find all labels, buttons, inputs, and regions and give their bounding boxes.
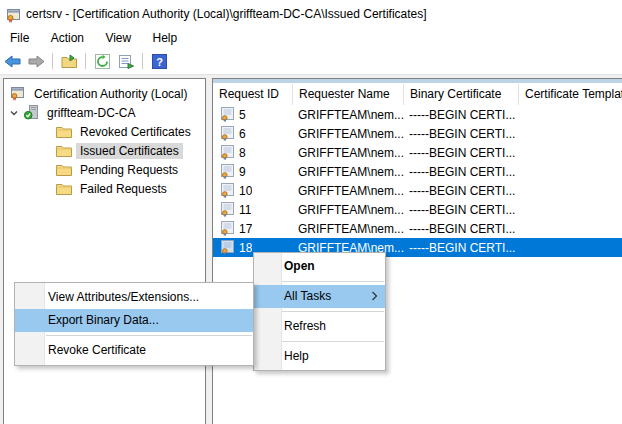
- refresh-icon: [95, 54, 110, 69]
- folder-icon: [56, 163, 72, 176]
- context-menu-item-open[interactable]: Open: [254, 255, 385, 278]
- certificate-icon: [221, 126, 234, 141]
- column-header-certificate-template[interactable]: Certificate Template: [519, 84, 622, 105]
- forward-arrow-icon: [28, 55, 45, 68]
- tree-item-pending-requests[interactable]: Pending Requests: [4, 160, 205, 179]
- cell-request-id: 11: [239, 203, 251, 217]
- tree-item-failed-requests[interactable]: Failed Requests: [4, 179, 205, 198]
- help-button[interactable]: ?: [148, 51, 170, 71]
- cell-request-id: 8: [239, 146, 246, 160]
- tree-item-label: Issued Certificates: [76, 143, 183, 159]
- cell-requester-name: GRIFFTEAM\nem...: [298, 108, 404, 122]
- context-menu-item-help[interactable]: Help: [254, 345, 385, 368]
- table-row[interactable]: 11 GRIFFTEAM\nem... -----BEGIN CERTI...: [213, 200, 622, 219]
- table-row[interactable]: 9 GRIFFTEAM\nem... -----BEGIN CERTI...: [213, 162, 622, 181]
- context-menu-item-label: All Tasks: [284, 289, 331, 303]
- title-bar: certsrv - [Certification Authority (Loca…: [0, 0, 622, 28]
- list-rows: 5 GRIFFTEAM\nem... -----BEGIN CERTI... 6…: [213, 105, 622, 257]
- issued-certificates-list-panel: Request ID Requester Name Binary Certifi…: [212, 78, 622, 424]
- cell-binary-certificate: -----BEGIN CERTI...: [409, 222, 515, 236]
- menu-separator: [282, 281, 384, 282]
- certificate-icon: [221, 183, 234, 198]
- submenu-arrow-icon: [371, 290, 378, 302]
- cell-request-id: 17: [239, 222, 252, 236]
- cell-binary-certificate: -----BEGIN CERTI...: [409, 241, 515, 255]
- cell-binary-certificate: -----BEGIN CERTI...: [409, 203, 515, 217]
- column-header-binary-certificate[interactable]: Binary Certificate: [404, 84, 519, 105]
- cell-requester-name: GRIFFTEAM\nem...: [298, 203, 404, 217]
- cell-request-id: 10: [239, 184, 252, 198]
- toolbar-separator: [52, 53, 53, 69]
- folder-icon: [56, 144, 72, 157]
- back-button[interactable]: [1, 51, 23, 71]
- context-menu-item-all-tasks[interactable]: All Tasks: [254, 285, 385, 308]
- cell-binary-certificate: -----BEGIN CERTI...: [409, 165, 515, 179]
- cell-binary-certificate: -----BEGIN CERTI...: [409, 108, 515, 122]
- tree-ca-label: griffteam-DC-CA: [43, 105, 139, 121]
- folder-icon: [56, 182, 72, 195]
- certificate-icon: [221, 240, 234, 255]
- cell-request-id: 9: [239, 165, 246, 179]
- table-row[interactable]: 5 GRIFFTEAM\nem... -----BEGIN CERTI...: [213, 105, 622, 124]
- table-row[interactable]: 8 GRIFFTEAM\nem... -----BEGIN CERTI...: [213, 143, 622, 162]
- table-row[interactable]: 17 GRIFFTEAM\nem... -----BEGIN CERTI...: [213, 219, 622, 238]
- tree-item-revoked-certificates[interactable]: Revoked Certificates: [4, 122, 205, 141]
- certificate-icon: [221, 221, 234, 236]
- cell-requester-name: GRIFFTEAM\nem...: [298, 222, 404, 236]
- column-header-requester-name[interactable]: Requester Name: [293, 84, 404, 105]
- cell-binary-certificate: -----BEGIN CERTI...: [409, 184, 515, 198]
- export-folder-icon: [61, 54, 78, 69]
- cell-binary-certificate: -----BEGIN CERTI...: [409, 127, 515, 141]
- column-header-request-id[interactable]: Request ID: [213, 84, 293, 105]
- folder-icon: [56, 125, 72, 138]
- menu-separator: [282, 311, 384, 312]
- submenu-item-export-binary-data[interactable]: Export Binary Data...: [15, 309, 253, 332]
- certificate-icon: [221, 202, 234, 217]
- tree-item-label: Pending Requests: [76, 162, 182, 178]
- export-list-button[interactable]: [115, 51, 137, 71]
- context-menu: Open All Tasks Refresh Help: [253, 252, 386, 371]
- tree-item-ca-server[interactable]: griffteam-DC-CA: [4, 103, 205, 122]
- tree-item-label: Failed Requests: [76, 181, 171, 197]
- cell-requester-name: GRIFFTEAM\nem...: [298, 146, 404, 160]
- toolbar-separator: [85, 53, 86, 69]
- cell-binary-certificate: -----BEGIN CERTI...: [409, 146, 515, 160]
- app-icon: [6, 7, 22, 23]
- certification-authority-icon: [10, 86, 26, 101]
- refresh-button[interactable]: [91, 51, 113, 71]
- toolbar-separator: [142, 53, 143, 69]
- all-tasks-submenu: View Attributes/Extensions... Export Bin…: [14, 282, 254, 366]
- menu-help[interactable]: Help: [144, 28, 187, 48]
- submenu-item-revoke-certificate[interactable]: Revoke Certificate: [15, 339, 253, 362]
- table-row[interactable]: 10 GRIFFTEAM\nem... -----BEGIN CERTI...: [213, 181, 622, 200]
- help-icon: ?: [152, 54, 167, 69]
- context-menu-item-refresh[interactable]: Refresh: [254, 315, 385, 338]
- tree-root-label: Certification Authority (Local): [30, 86, 191, 102]
- menu-action[interactable]: Action: [42, 28, 93, 48]
- cell-request-id: 5: [239, 108, 246, 122]
- menu-view[interactable]: View: [96, 28, 140, 48]
- toolbar: ?: [0, 48, 622, 74]
- menu-file[interactable]: File: [1, 28, 38, 48]
- list-header: Request ID Requester Name Binary Certifi…: [213, 84, 622, 105]
- export-folder-button[interactable]: [58, 51, 80, 71]
- server-ok-icon: [24, 105, 39, 120]
- forward-button[interactable]: [25, 51, 47, 71]
- cell-requester-name: GRIFFTEAM\nem...: [298, 184, 404, 198]
- tree-item-issued-certificates[interactable]: Issued Certificates: [4, 141, 205, 160]
- cell-request-id: 6: [239, 127, 246, 141]
- export-list-icon: [118, 54, 135, 69]
- menu-bar: File Action View Help: [0, 28, 622, 48]
- cell-requester-name: GRIFFTEAM\nem...: [298, 165, 404, 179]
- certificate-icon: [221, 164, 234, 179]
- chevron-down-icon[interactable]: [8, 107, 20, 119]
- back-arrow-icon: [4, 55, 21, 68]
- window-title: certsrv - [Certification Authority (Loca…: [26, 0, 427, 28]
- menu-separator: [46, 335, 252, 336]
- submenu-item-view-attributes-extensions[interactable]: View Attributes/Extensions...: [15, 286, 253, 309]
- console-tree-panel: Certification Authority (Local) grifftea…: [3, 78, 206, 424]
- table-row[interactable]: 6 GRIFFTEAM\nem... -----BEGIN CERTI...: [213, 124, 622, 143]
- tree-item-certification-authority[interactable]: Certification Authority (Local): [4, 84, 205, 103]
- cell-request-id: 18: [239, 241, 252, 255]
- menu-separator: [282, 341, 384, 342]
